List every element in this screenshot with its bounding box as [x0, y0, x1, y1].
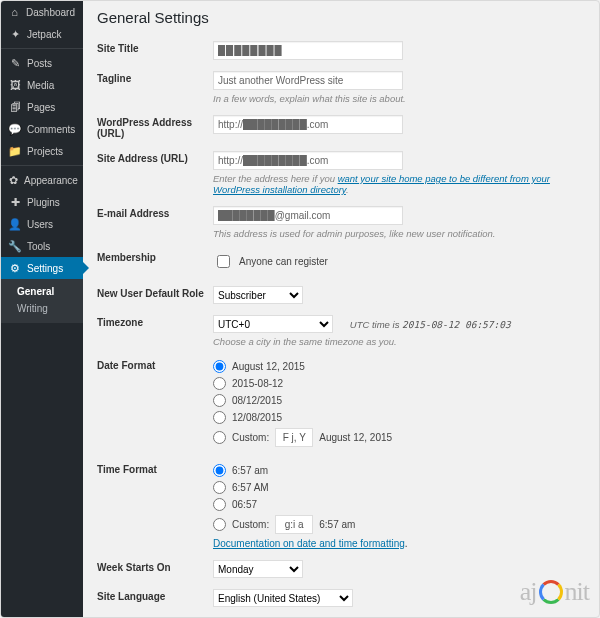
date-format-custom-input[interactable]: [275, 428, 313, 447]
comments-icon: 💬: [9, 123, 21, 135]
membership-checkbox-label: Anyone can register: [239, 256, 328, 267]
sidebar-item-label: Settings: [27, 263, 63, 274]
sidebar-item-comments[interactable]: 💬Comments: [1, 118, 83, 140]
jetpack-icon: ✦: [9, 28, 21, 40]
email-label: E-mail Address: [97, 201, 213, 245]
users-icon: 👤: [9, 218, 21, 230]
time-format-custom-preview: 6:57 am: [319, 519, 355, 530]
date-format-radio-1[interactable]: [213, 360, 226, 373]
date-format-option-label: 08/12/2015: [232, 395, 282, 406]
settings-icon: ⚙: [9, 262, 21, 274]
date-format-radio-3[interactable]: [213, 394, 226, 407]
sidebar-item-appearance[interactable]: ✿Appearance: [1, 169, 83, 191]
sidebar-item-label: Dashboard: [26, 7, 75, 18]
sidebar-item-label: Plugins: [27, 197, 60, 208]
datetime-doc-link[interactable]: Documentation on date and time formattin…: [213, 538, 405, 549]
site-title-input[interactable]: [213, 41, 403, 60]
tagline-label: Tagline: [97, 66, 213, 110]
sidebar-item-label: Appearance: [24, 175, 78, 186]
sidebar-item-label: Users: [27, 219, 53, 230]
sidebar-item-label: Media: [27, 80, 54, 91]
week-start-select[interactable]: Monday: [213, 560, 303, 578]
week-start-label: Week Starts On: [97, 555, 213, 584]
sidebar-item-label: Jetpack: [27, 29, 61, 40]
date-format-option-label: August 12, 2015: [232, 361, 305, 372]
sidebar-item-tools[interactable]: 🔧Tools: [1, 235, 83, 257]
time-format-custom-label: Custom:: [232, 519, 269, 530]
membership-checkbox[interactable]: [217, 255, 230, 268]
tagline-desc: In a few words, explain what this site i…: [213, 93, 585, 104]
tagline-input[interactable]: [213, 71, 403, 90]
time-format-custom-input[interactable]: [275, 515, 313, 534]
wp-address-label: WordPress Address (URL): [97, 110, 213, 146]
email-desc: This address is used for admin purposes,…: [213, 228, 585, 239]
sidebar-item-projects[interactable]: 📁Projects: [1, 140, 83, 162]
membership-label: Membership: [97, 245, 213, 281]
time-format-label: Time Format: [97, 457, 213, 555]
pin-icon: ✎: [9, 57, 21, 69]
date-format-custom-preview: August 12, 2015: [319, 432, 392, 443]
settings-form: Site Title Tagline In a few words, expla…: [97, 36, 585, 613]
date-format-option-label: 12/08/2015: [232, 412, 282, 423]
sidebar-item-pages[interactable]: 🗐Pages: [1, 96, 83, 118]
page-title: General Settings: [97, 9, 585, 26]
site-language-label: Site Language: [97, 584, 213, 613]
pages-icon: 🗐: [9, 101, 21, 113]
sidebar-item-label: Tools: [27, 241, 50, 252]
email-input[interactable]: [213, 206, 403, 225]
date-format-option-label: 2015-08-12: [232, 378, 283, 389]
settings-content: General Settings Site Title Tagline In a…: [83, 1, 599, 617]
sidebar-sub-general[interactable]: General: [11, 283, 83, 300]
tools-icon: 🔧: [9, 240, 21, 252]
sidebar-sub-writing[interactable]: Writing: [11, 300, 83, 317]
dashboard-icon: ⌂: [9, 6, 20, 18]
sidebar-item-label: Pages: [27, 102, 55, 113]
date-format-radio-4[interactable]: [213, 411, 226, 424]
default-role-label: New User Default Role: [97, 281, 213, 310]
time-format-radio-3[interactable]: [213, 498, 226, 511]
sidebar-item-plugins[interactable]: ✚Plugins: [1, 191, 83, 213]
site-address-input[interactable]: [213, 151, 403, 170]
sidebar-item-dashboard[interactable]: ⌂Dashboard: [1, 1, 83, 23]
sidebar-item-media[interactable]: 🖼Media: [1, 74, 83, 96]
wp-address-input[interactable]: [213, 115, 403, 134]
site-address-label: Site Address (URL): [97, 146, 213, 201]
sidebar-item-jetpack[interactable]: ✦Jetpack: [1, 23, 83, 45]
date-format-custom-label: Custom:: [232, 432, 269, 443]
sidebar-item-settings[interactable]: ⚙Settings: [1, 257, 83, 279]
date-format-radio-2[interactable]: [213, 377, 226, 390]
time-format-radio-1[interactable]: [213, 464, 226, 477]
site-address-desc: Enter the address here if you want your …: [213, 173, 585, 195]
site-title-label: Site Title: [97, 36, 213, 66]
time-format-option-label: 6:57 am: [232, 465, 268, 476]
watermark-logo: ajnit: [520, 577, 589, 607]
sidebar-item-label: Projects: [27, 146, 63, 157]
plugins-icon: ✚: [9, 196, 21, 208]
default-role-select[interactable]: Subscriber: [213, 286, 303, 304]
site-language-select[interactable]: English (United States): [213, 589, 353, 607]
appearance-icon: ✿: [9, 174, 18, 186]
time-format-option-label: 6:57 AM: [232, 482, 269, 493]
date-format-label: Date Format: [97, 353, 213, 457]
sidebar-item-users[interactable]: 👤Users: [1, 213, 83, 235]
timezone-label: Timezone: [97, 310, 213, 353]
utc-time-note: UTC time is 2015-08-12 06:57:03: [350, 319, 511, 330]
media-icon: 🖼: [9, 79, 21, 91]
time-format-radio-custom[interactable]: [213, 518, 226, 531]
timezone-desc: Choose a city in the same timezone as yo…: [213, 336, 585, 347]
sidebar-item-posts[interactable]: ✎Posts: [1, 52, 83, 74]
admin-sidebar: ⌂Dashboard ✦Jetpack ✎Posts 🖼Media 🗐Pages…: [1, 1, 83, 618]
time-format-option-label: 06:57: [232, 499, 257, 510]
date-format-radio-custom[interactable]: [213, 431, 226, 444]
time-format-radio-2[interactable]: [213, 481, 226, 494]
sidebar-item-label: Posts: [27, 58, 52, 69]
sidebar-submenu: General Writing: [1, 279, 83, 323]
sidebar-item-label: Comments: [27, 124, 75, 135]
timezone-select[interactable]: UTC+0: [213, 315, 333, 333]
logo-ring-icon: [539, 580, 563, 604]
projects-icon: 📁: [9, 145, 21, 157]
